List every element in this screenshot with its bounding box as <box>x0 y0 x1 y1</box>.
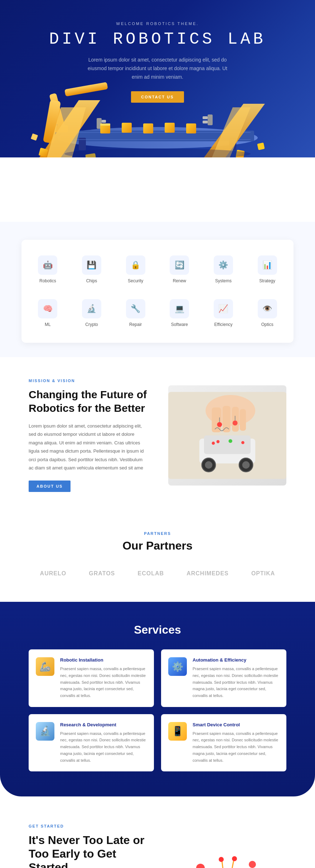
icon-box: 🔒 <box>126 255 145 275</box>
partners-tag: PARTNERS <box>29 531 286 536</box>
service-icon: 📱 <box>168 722 187 741</box>
icon-box: 🤖 <box>38 255 57 275</box>
mission-image <box>168 385 286 486</box>
icon-item[interactable]: 👁️ Optics <box>248 294 286 332</box>
getstarted-section: GET STARTED It's Never Too Late or Too E… <box>0 796 315 868</box>
svg-point-44 <box>212 442 215 445</box>
partners-title: Our Partners <box>29 539 286 552</box>
icon-item[interactable]: 📈 Efficiency <box>204 294 243 332</box>
svg-rect-39 <box>204 435 251 454</box>
service-icon: 🦾 <box>36 657 54 676</box>
robot-toy-svg <box>174 821 281 868</box>
svg-rect-29 <box>257 142 265 150</box>
mission-section: MISSION & VISION Changing the Future of … <box>0 357 315 513</box>
svg-rect-19 <box>203 121 208 123</box>
svg-point-45 <box>217 440 220 443</box>
hero-title: DIVI ROBOTICS LAB <box>49 30 266 49</box>
icon-label: Software <box>171 322 188 327</box>
service-card: 🔬 Research & Development Praesent sapien… <box>29 714 154 771</box>
getstarted-title: It's Never Too Late or Too Early to Get … <box>29 833 147 868</box>
icon-label: Repair <box>129 322 142 327</box>
icon-label: Renew <box>173 278 186 283</box>
icon-box: 🔧 <box>126 299 145 318</box>
services-grid: 🦾 Robotic Installation Praesent sapien m… <box>29 649 286 771</box>
icon-label: ML <box>45 322 51 327</box>
partner-logo: ARCHIMEDES <box>186 570 229 577</box>
icon-label: Security <box>128 278 143 283</box>
icon-item[interactable]: 🧠 ML <box>29 294 67 332</box>
icon-item[interactable]: 📊 Strategy <box>248 250 286 288</box>
svg-rect-18 <box>203 116 208 119</box>
service-card: 📱 Smart Device Control Praesent sapien m… <box>161 714 286 771</box>
partner-logo: ECOLAB <box>137 570 164 577</box>
svg-rect-24 <box>165 123 175 133</box>
icon-item[interactable]: 🔬 Crypto <box>73 294 111 332</box>
svg-point-75 <box>196 864 205 868</box>
svg-rect-36 <box>232 407 239 431</box>
service-name: Smart Device Control <box>193 722 279 727</box>
icon-label: Systems <box>215 278 232 283</box>
service-content: Robotic Installation Praesent sapien mas… <box>60 657 147 699</box>
service-content: Automation & Efficiency Praesent sapien … <box>193 657 279 699</box>
icon-label: Strategy <box>259 278 275 283</box>
getstarted-left: GET STARTED It's Never Too Late or Too E… <box>29 824 147 868</box>
icon-box: 👁️ <box>258 299 277 318</box>
services-title: Services <box>29 623 286 637</box>
mission-left: MISSION & VISION Changing the Future of … <box>29 379 147 492</box>
icon-item[interactable]: 🔒 Security <box>116 250 155 288</box>
service-card: 🦾 Robotic Installation Praesent sapien m… <box>29 649 154 707</box>
icon-item[interactable]: ⚙️ Systems <box>204 250 243 288</box>
partners-logos: AURELOGRATOSECOLABARCHIMEDESOPTIKA <box>29 563 286 584</box>
svg-rect-8 <box>64 82 108 97</box>
svg-point-43 <box>242 461 250 469</box>
icon-box: 📈 <box>214 299 233 318</box>
icon-item[interactable]: 💾 Chips <box>73 250 111 288</box>
icon-box: 💾 <box>82 255 101 275</box>
icon-box: 🔄 <box>170 255 189 275</box>
about-button[interactable]: ABOUT US <box>29 481 71 492</box>
service-name: Robotic Installation <box>60 657 147 663</box>
partner-logo: GRATOS <box>89 570 115 577</box>
icon-item[interactable]: 🔄 Renew <box>160 250 199 288</box>
mission-title: Changing the Future of Robotics for the … <box>29 388 147 415</box>
svg-point-68 <box>219 857 224 862</box>
svg-rect-17 <box>208 114 213 125</box>
svg-rect-22 <box>122 123 132 133</box>
svg-line-67 <box>222 861 224 868</box>
hero-welcome-label: WELCOME ROBOTICS THEME. <box>116 21 199 26</box>
svg-rect-30 <box>31 133 38 141</box>
mission-tag: MISSION & VISION <box>29 379 147 383</box>
svg-rect-25 <box>186 123 196 133</box>
getstarted-illustration <box>168 821 286 868</box>
icon-label: Chips <box>86 278 97 283</box>
icon-box: 🧠 <box>38 299 57 318</box>
icon-box: ⚙️ <box>214 255 233 275</box>
icons-section: 🤖 Robotics 💾 Chips 🔒 Security 🔄 Renew ⚙️… <box>0 222 315 357</box>
icon-item[interactable]: 🔧 Repair <box>116 294 155 332</box>
conveyor-svg <box>29 72 286 157</box>
service-card: ⚙️ Automation & Efficiency Praesent sapi… <box>161 649 286 707</box>
svg-point-70 <box>232 856 237 861</box>
svg-rect-21 <box>100 123 110 126</box>
service-icon: 🔬 <box>36 722 54 741</box>
service-content: Research & Development Praesent sapien m… <box>60 722 147 764</box>
partner-logo: OPTIKA <box>251 570 275 577</box>
svg-line-69 <box>231 860 234 868</box>
icon-box: 📊 <box>258 255 277 275</box>
icon-box: 💻 <box>170 299 189 318</box>
svg-rect-37 <box>240 409 246 431</box>
icon-item[interactable]: 💻 Software <box>160 294 199 332</box>
svg-point-46 <box>228 439 232 443</box>
icon-item[interactable]: 🤖 Robotics <box>29 250 67 288</box>
service-name: Automation & Efficiency <box>193 657 279 663</box>
services-section: Services 🦾 Robotic Installation Praesent… <box>0 602 315 796</box>
svg-point-41 <box>205 461 212 469</box>
service-content: Smart Device Control Praesent sapien mas… <box>193 722 279 764</box>
svg-point-49 <box>233 420 238 425</box>
icon-label: Optics <box>261 322 273 327</box>
service-desc: Praesent sapien massa, convallis a pelle… <box>60 730 147 764</box>
partners-section: PARTNERS Our Partners AURELOGRATOSECOLAB… <box>0 513 315 602</box>
service-desc: Praesent sapien massa, convallis a pelle… <box>193 730 279 764</box>
mission-illustration <box>168 385 286 486</box>
icon-label: Efficiency <box>214 322 232 327</box>
